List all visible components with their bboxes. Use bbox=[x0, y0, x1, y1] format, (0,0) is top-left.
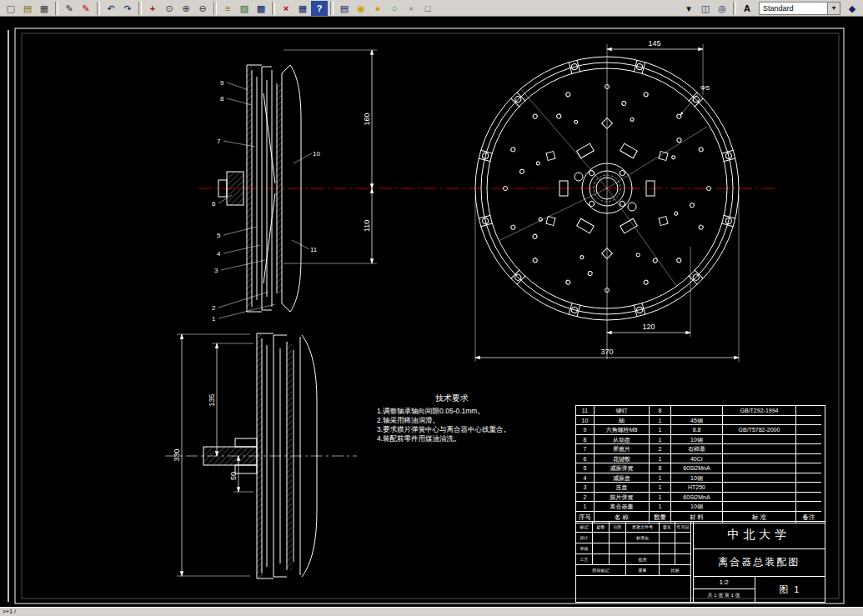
pencil-icon[interactable]: ✎ bbox=[61, 1, 78, 16]
table-row: 11铆钉8GB/T292-1994 bbox=[576, 406, 825, 416]
open-file-icon[interactable]: ▤ bbox=[19, 1, 36, 16]
part-label-8: 8 bbox=[220, 95, 224, 103]
table-row: 7摩擦片2石棉基 bbox=[576, 444, 825, 454]
bom-qty: 1 bbox=[650, 502, 671, 512]
bom-qty: 1 bbox=[650, 473, 671, 483]
table-row: 4减振盘110钢 bbox=[576, 473, 825, 483]
drawing-scale: 1:2 bbox=[694, 577, 755, 589]
toolbar-separator bbox=[272, 2, 275, 15]
toolbar-separator bbox=[213, 2, 217, 15]
table-row: 10轴145钢 bbox=[576, 416, 825, 426]
dim-phi5: Φ5 bbox=[700, 84, 710, 92]
bom-note bbox=[796, 483, 821, 493]
toolbar-separator bbox=[733, 2, 736, 15]
label-count: 处数 bbox=[593, 522, 610, 533]
toolbar-overflow-icon[interactable]: ▾ bbox=[680, 1, 697, 16]
bom-name: 压盘 bbox=[595, 483, 650, 493]
background-icon[interactable]: ▫ bbox=[403, 1, 419, 16]
bom-note bbox=[796, 502, 821, 512]
part-label-1: 1 bbox=[212, 315, 216, 323]
dim-style-icon[interactable]: ◆ bbox=[844, 1, 860, 16]
bom-note bbox=[796, 473, 821, 483]
style-combobox-value: Standard bbox=[763, 4, 794, 13]
drawing-canvas[interactable]: 9 8 7 6 5 4 3 2 1 10 11 160 110 bbox=[0, 17, 863, 607]
label-standardize: 标准化 bbox=[626, 533, 660, 543]
bom-qty: 8 bbox=[650, 406, 671, 416]
named-views-icon[interactable]: ◫ bbox=[697, 1, 714, 16]
part-label-2: 2 bbox=[212, 304, 216, 312]
text-style-icon[interactable]: A bbox=[739, 1, 755, 16]
print-icon[interactable]: ▦ bbox=[36, 1, 53, 16]
bom-standard: GB/T5782-2000 bbox=[723, 425, 796, 435]
label-sign: 签名 bbox=[660, 522, 675, 533]
bom-standard bbox=[723, 454, 796, 464]
bom-name: 六角螺栓M8 bbox=[595, 425, 650, 435]
toolbar-separator bbox=[55, 2, 58, 15]
toolbar-separator bbox=[97, 2, 100, 15]
bom-no: 1 bbox=[576, 502, 595, 512]
toolbar-separator bbox=[138, 2, 142, 15]
bom-standard bbox=[723, 463, 796, 473]
front-view[interactable]: 145 Φ5 120 370 bbox=[475, 39, 739, 362]
lights-icon[interactable]: ● bbox=[369, 1, 386, 16]
object-properties-icon[interactable]: ▨ bbox=[236, 1, 253, 16]
bom-no: 11 bbox=[576, 406, 595, 416]
bom-material: 10钢 bbox=[671, 435, 723, 445]
chevron-down-icon[interactable]: ▾ bbox=[827, 3, 840, 14]
table-row: 9六角螺栓M818.8GB/T5782-2000 bbox=[576, 425, 825, 435]
design-center-icon[interactable]: ▩ bbox=[253, 1, 269, 16]
bom-standard bbox=[723, 416, 796, 426]
label-design: 设计 bbox=[576, 533, 593, 543]
part-label-10: 10 bbox=[313, 150, 320, 158]
table-icon[interactable]: ▦ bbox=[294, 1, 311, 16]
zoom-realtime-icon[interactable]: ⊙ bbox=[161, 1, 178, 16]
box-icon[interactable]: □ bbox=[419, 1, 436, 16]
dim-110: 110 bbox=[363, 220, 371, 232]
orbit-icon[interactable]: ◎ bbox=[714, 1, 730, 16]
bom-name: 摩擦片 bbox=[595, 444, 650, 454]
section-view[interactable] bbox=[218, 65, 312, 318]
undo-icon[interactable]: ↶ bbox=[103, 1, 119, 16]
bom-material: 石棉基 bbox=[671, 444, 723, 454]
status-bar: >+1 / bbox=[0, 607, 863, 616]
pan-icon[interactable]: + bbox=[144, 1, 161, 16]
bom-note bbox=[796, 444, 821, 454]
part-label-11: 11 bbox=[310, 246, 318, 253]
layer-properties-icon[interactable]: ≡ bbox=[219, 1, 236, 16]
table-row: 6花键毂140Cr bbox=[576, 454, 825, 464]
views-icon[interactable]: ▤ bbox=[336, 1, 353, 16]
part-label-7: 7 bbox=[217, 138, 221, 145]
table-row: 1离合器盖110钢 bbox=[576, 502, 825, 512]
dim-120: 120 bbox=[642, 323, 655, 331]
redo-icon[interactable]: ↷ bbox=[119, 1, 136, 16]
bom-name: 减振盘 bbox=[595, 473, 650, 483]
style-combobox[interactable]: Standard ▾ bbox=[759, 2, 840, 15]
bom-note bbox=[796, 425, 821, 435]
new-file-icon[interactable]: ▢ bbox=[3, 1, 19, 16]
bom-no: 9 bbox=[576, 425, 595, 435]
bom-name: 膜片弹簧 bbox=[595, 493, 650, 503]
label-stage: 阶段标记 bbox=[576, 565, 626, 576]
bom-note bbox=[796, 493, 821, 503]
bom-standard bbox=[723, 435, 796, 445]
table-row: 8从动盘110钢 bbox=[576, 435, 825, 445]
bottom-section-view[interactable]: 330 135 50 bbox=[165, 333, 357, 578]
red-pen-icon[interactable]: ✎ bbox=[78, 1, 94, 16]
materials-icon[interactable]: ○ bbox=[386, 1, 403, 16]
bom-standard bbox=[723, 493, 796, 503]
bom-note bbox=[796, 435, 821, 445]
drawing-title: 离合器总装配图 bbox=[694, 549, 825, 577]
tech-requirements-title: 技术要求 bbox=[435, 393, 469, 403]
erase-icon[interactable]: × bbox=[278, 1, 294, 16]
bom-name: 离合器盖 bbox=[595, 502, 650, 512]
render-icon[interactable]: ◉ bbox=[353, 1, 369, 16]
dim-135: 135 bbox=[208, 393, 216, 406]
bom-no: 4 bbox=[576, 473, 595, 483]
label-process: 工艺 bbox=[576, 554, 593, 565]
help-icon[interactable]: ? bbox=[311, 1, 328, 16]
zoom-out-icon[interactable]: ⊖ bbox=[194, 1, 211, 16]
label-approve: 批准 bbox=[626, 554, 660, 565]
bom-material: 10钢 bbox=[671, 502, 723, 512]
label-ratio: 比例 bbox=[660, 565, 691, 576]
zoom-in-icon[interactable]: ⊕ bbox=[178, 1, 194, 16]
